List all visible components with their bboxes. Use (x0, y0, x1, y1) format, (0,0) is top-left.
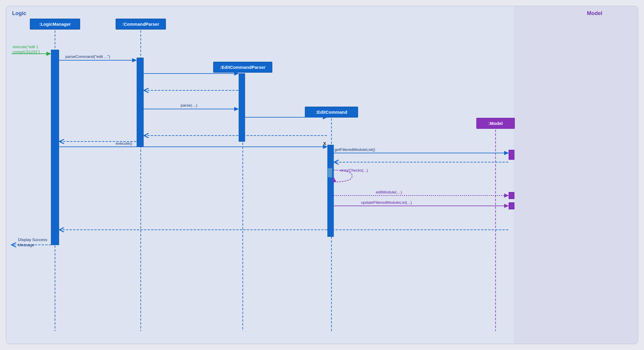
msg-get-filtered-label: getFilteredModuleList() (334, 147, 375, 152)
msg-parse-command-label: parseCommand("edit ...") (65, 54, 110, 59)
svg-rect-9 (51, 50, 59, 245)
svg-rect-12 (328, 145, 334, 237)
lifeline-box-edit-command-parser: :EditCommandParser (213, 62, 272, 73)
lifeline-box-logic-manager: :LogicManager (30, 19, 80, 30)
logic-region-label: Logic (12, 10, 26, 17)
msg-execute-label: execute("edit 1coreq/CS1231") (13, 45, 40, 55)
lifeline-box-command-parser: :CommandParser (116, 19, 166, 30)
svg-rect-13 (328, 168, 332, 178)
msg-execute2-label: execute() (116, 141, 132, 146)
svg-line-29 (334, 178, 336, 182)
msg-parse-label: parse(…) (181, 103, 197, 108)
svg-marker-30 (332, 178, 336, 182)
lifeline-box-edit-command: :EditCommand (305, 107, 358, 118)
diagram-container: Logic Model :LogicManager :CommandParser… (6, 6, 638, 344)
svg-text:x: x (323, 140, 326, 146)
model-region-label: Model (587, 10, 602, 17)
msg-edit-module-label: editModule(…) (376, 190, 402, 194)
model-region (514, 6, 638, 344)
msg-error-checks-label: errorChecks(...) (340, 168, 368, 172)
svg-rect-10 (137, 58, 143, 146)
msg-update-filtered-label: updateFilteredModuleList(...) (361, 200, 412, 205)
svg-rect-11 (239, 74, 245, 141)
lifeline-box-model: :Model (476, 118, 515, 129)
msg-display-success-label: Display SuccessMessage (18, 237, 47, 248)
